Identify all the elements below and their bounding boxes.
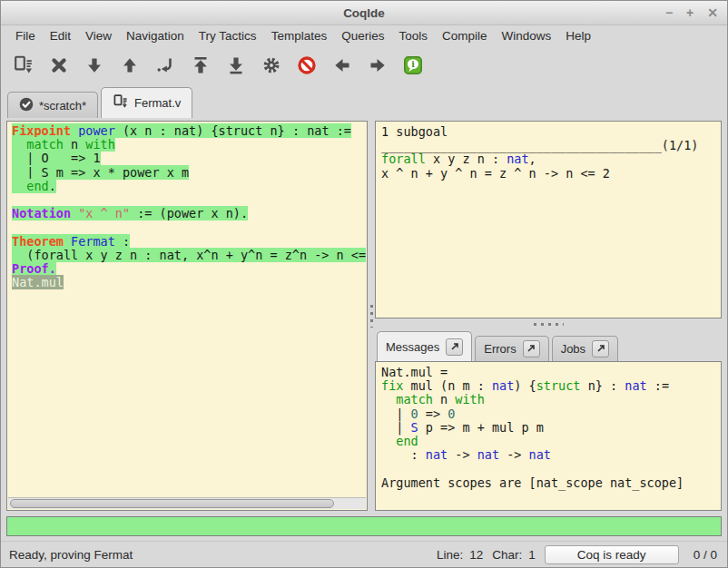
save-button[interactable] (12, 53, 35, 78)
code-line: Theorem Fermat : (12, 235, 367, 249)
menu-try-tactics[interactable]: Try Tactics (192, 27, 264, 44)
svg-text:i: i (411, 59, 415, 69)
close-icon (48, 54, 70, 76)
code-line: Fixpoint power (x n : nat) {struct n} : … (12, 124, 367, 138)
code-line: | S p => m + mul p m (381, 421, 715, 435)
toolbar: i (1, 46, 727, 84)
step-forward-icon (84, 54, 105, 76)
window-controls: − + ✕ (665, 1, 718, 24)
tab-messages[interactable]: Messages (377, 331, 472, 361)
code-line (12, 220, 367, 234)
menu-navigation[interactable]: Navigation (119, 27, 192, 44)
tab-label: Messages (386, 340, 439, 354)
document-save-icon (113, 93, 129, 113)
code-line: Argument scopes are [nat_scope nat_scope… (381, 476, 715, 490)
detach-errors-button[interactable] (523, 340, 540, 357)
restart-button[interactable] (189, 53, 212, 78)
menu-queries[interactable]: Queries (334, 27, 391, 44)
code-line: | S m => x * power x m (12, 166, 367, 180)
detach-arrow-icon (596, 342, 605, 356)
code-line: Notation "x ^ n" := (power x n). (12, 207, 367, 220)
code-line: x ^ n + y ^ n = z ^ n -> n <= 2 (381, 167, 715, 181)
code-line: 1 subgoal (381, 125, 715, 139)
next-button[interactable] (366, 53, 389, 78)
maximize-button[interactable]: + (686, 6, 694, 19)
step-backward-button[interactable] (118, 53, 142, 78)
menu-tools[interactable]: Tools (391, 27, 435, 44)
about-info-icon: i (402, 54, 424, 76)
buffer-tabbar: *scratch* Fermat.v (1, 84, 727, 118)
code-line: end. (12, 180, 367, 193)
goals-pane[interactable]: 1 subgoal_______________________________… (375, 121, 722, 318)
editor-hscrollbar[interactable] (8, 497, 366, 509)
right-column: 1 subgoal_______________________________… (375, 121, 722, 511)
code-line: end (381, 435, 715, 448)
main-area: Fixpoint power (x n : nat) {struct n} : … (1, 118, 727, 513)
feedback-notebook: Messages Errors Jobs Nat.mul =fix mul (n… (375, 330, 722, 511)
tab-errors[interactable]: Errors (475, 336, 548, 361)
compile-gear-icon (261, 54, 282, 76)
minimize-button[interactable]: − (665, 6, 673, 19)
code-line: (forall x y z n : nat, x^n + y^n = z^n -… (12, 249, 367, 262)
previous-button[interactable] (330, 53, 354, 78)
coq-state-button[interactable]: Coq is ready (545, 545, 679, 564)
next-arrow-icon (367, 54, 389, 76)
line-value: 12 (469, 548, 483, 562)
step-forward-button[interactable] (83, 53, 106, 78)
messages-pane[interactable]: Nat.mul =fix mul (n m : nat) {struct n} … (375, 361, 722, 511)
menu-help[interactable]: Help (558, 27, 598, 44)
interrupt-button[interactable] (295, 53, 319, 78)
code-line (381, 462, 715, 475)
code-line: fix mul (n m : nat) {struct n} : nat := (381, 379, 715, 393)
menubar: File Edit View Navigation Try Tactics Te… (1, 25, 727, 46)
compile-button[interactable] (260, 53, 283, 78)
menu-windows[interactable]: Windows (494, 27, 558, 44)
hscrollbar-thumb[interactable] (10, 499, 334, 508)
code-line: | O => 1 (12, 152, 367, 165)
tab-label: *scratch* (39, 99, 86, 113)
code-line: ______________________________________(1… (381, 139, 715, 152)
close-button[interactable]: ✕ (707, 6, 718, 19)
progress-ratio: 0 / 0 (694, 548, 717, 562)
menu-view[interactable]: View (78, 27, 119, 44)
tab-label: Jobs (561, 342, 585, 356)
interrupt-stop-icon (296, 54, 318, 76)
tab-jobs[interactable]: Jobs (552, 336, 618, 361)
feedback-tabbar: Messages Errors Jobs (375, 330, 722, 361)
char-label: Char: (492, 548, 522, 562)
detach-arrow-icon (526, 342, 536, 356)
titlebar: CoqIde − + ✕ (1, 1, 727, 25)
script-editor[interactable]: Fixpoint power (x n : nat) {struct n} : … (6, 121, 368, 511)
tab-fermat[interactable]: Fermat.v (101, 87, 192, 118)
progress-bar (6, 516, 722, 536)
menu-templates[interactable]: Templates (264, 27, 335, 44)
horizontal-splitter[interactable] (375, 318, 722, 330)
code-line: Proof. (12, 262, 367, 276)
status-message: Ready, proving Fermat (9, 548, 428, 562)
menu-edit[interactable]: Edit (43, 27, 78, 44)
splitter-grip-icon (534, 323, 564, 326)
messages-code: Nat.mul =fix mul (n m : nat) {struct n} … (381, 366, 715, 490)
menu-file[interactable]: File (8, 27, 43, 44)
detach-messages-button[interactable] (446, 338, 463, 356)
code-line: | 0 => 0 (381, 407, 715, 421)
close-buffer-button[interactable] (47, 53, 71, 78)
about-button[interactable]: i (401, 53, 425, 78)
code-line: forall x y z n : nat, (381, 152, 715, 166)
detach-jobs-button[interactable] (592, 340, 609, 357)
char-value: 1 (528, 548, 536, 562)
tab-label: Fermat.v (134, 96, 181, 110)
detach-arrow-icon (450, 340, 459, 354)
code-line: match n with (12, 138, 367, 152)
step-backward-icon (119, 54, 141, 76)
goto-end-icon (225, 54, 247, 76)
progress-bar-area (1, 513, 727, 541)
tab-scratch[interactable]: *scratch* (7, 92, 98, 118)
line-label: Line: (437, 548, 463, 562)
splitter-grip-icon (370, 305, 373, 328)
vertical-splitter[interactable] (368, 121, 375, 511)
code-line: Nat.mul = (381, 366, 715, 379)
goto-cursor-button[interactable] (153, 53, 177, 78)
goto-end-button[interactable] (224, 53, 248, 78)
menu-compile[interactable]: Compile (435, 27, 495, 44)
